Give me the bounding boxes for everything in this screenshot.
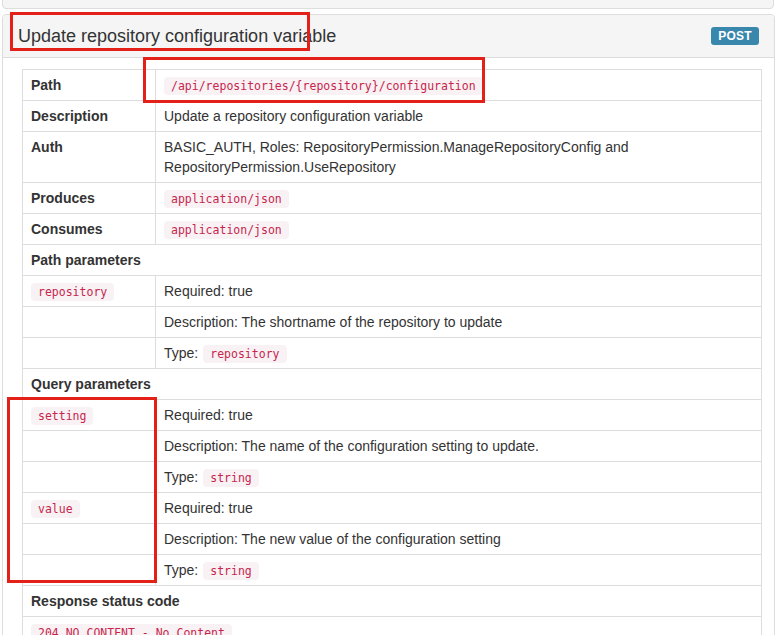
param-name-setting: setting: [31, 407, 93, 425]
endpoint-panel-body: Path /api/repositories/{repository}/conf…: [3, 58, 774, 635]
param-type-setting: string: [203, 469, 259, 487]
param-required: Required: true: [156, 400, 762, 431]
param-required: Required: true: [156, 493, 762, 524]
param-name-cell: setting: [23, 400, 156, 431]
api-docs-page: Update repository configuration variable…: [0, 0, 777, 635]
table-row-produces: Produces application/json: [23, 183, 762, 214]
empty-cell: [23, 555, 156, 586]
param-name-cell: repository: [23, 276, 156, 307]
table-row-param-value-description: Description: The new value of the config…: [23, 524, 762, 555]
previous-endpoint-panel-partial[interactable]: [2, 0, 774, 9]
path-value-cell: /api/repositories/{repository}/configura…: [156, 70, 762, 101]
param-name-repository: repository: [31, 283, 114, 301]
description-label: Description: [23, 101, 156, 132]
table-row-query-parameters-header: Query parameters: [23, 369, 762, 400]
table-row-param-value-type: Type:string: [23, 555, 762, 586]
path-label: Path: [23, 70, 156, 101]
param-type-cell: Type:string: [156, 462, 762, 493]
param-type-cell: Type:string: [156, 555, 762, 586]
endpoint-details-table: Path /api/repositories/{repository}/conf…: [22, 69, 762, 635]
empty-cell: [23, 338, 156, 369]
consumes-label: Consumes: [23, 214, 156, 245]
param-description: Description: The shortname of the reposi…: [156, 307, 762, 338]
type-prefix: Type:: [164, 562, 198, 578]
table-row-response-header: Response status code: [23, 586, 762, 617]
consumes-value-cell: application/json: [156, 214, 762, 245]
param-type-cell: Type:repository: [156, 338, 762, 369]
empty-cell: [23, 431, 156, 462]
response-code: 204 NO_CONTENT - No Content: [31, 624, 232, 635]
endpoint-panel: Update repository configuration variable…: [2, 14, 775, 635]
table-row-description: Description Update a repository configur…: [23, 101, 762, 132]
table-row-param-repository-required: repository Required: true: [23, 276, 762, 307]
table-row-param-value-required: value Required: true: [23, 493, 762, 524]
param-description: Description: The new value of the config…: [156, 524, 762, 555]
endpoint-title: Update repository configuration variable: [18, 26, 336, 47]
empty-cell: [23, 307, 156, 338]
table-row-param-setting-required: setting Required: true: [23, 400, 762, 431]
table-row-param-setting-type: Type:string: [23, 462, 762, 493]
table-row-path: Path /api/repositories/{repository}/conf…: [23, 70, 762, 101]
path-value-code: /api/repositories/{repository}/configura…: [164, 77, 483, 95]
response-status-header: Response status code: [23, 586, 762, 617]
produces-value-cell: application/json: [156, 183, 762, 214]
table-row-param-setting-description: Description: The name of the configurati…: [23, 431, 762, 462]
param-type-repository: repository: [203, 345, 286, 363]
empty-cell: [23, 462, 156, 493]
empty-cell: [23, 524, 156, 555]
auth-label: Auth: [23, 132, 156, 183]
post-method-badge: POST: [711, 27, 759, 45]
produces-value-code: application/json: [164, 190, 289, 208]
param-type-value: string: [203, 562, 259, 580]
table-row-consumes: Consumes application/json: [23, 214, 762, 245]
auth-value: BASIC_AUTH, Roles: RepositoryPermission.…: [156, 132, 762, 183]
table-row-auth: Auth BASIC_AUTH, Roles: RepositoryPermis…: [23, 132, 762, 183]
type-prefix: Type:: [164, 469, 198, 485]
produces-label: Produces: [23, 183, 156, 214]
param-description: Description: The name of the configurati…: [156, 431, 762, 462]
description-value: Update a repository configuration variab…: [156, 101, 762, 132]
table-row-response-code: 204 NO_CONTENT - No Content: [23, 617, 762, 635]
param-name-cell: value: [23, 493, 156, 524]
table-row-param-repository-type: Type:repository: [23, 338, 762, 369]
path-parameters-header: Path parameters: [23, 245, 762, 276]
consumes-value-code: application/json: [164, 221, 289, 239]
table-row-path-parameters-header: Path parameters: [23, 245, 762, 276]
param-required: Required: true: [156, 276, 762, 307]
param-name-value: value: [31, 500, 80, 518]
table-row-param-repository-description: Description: The shortname of the reposi…: [23, 307, 762, 338]
query-parameters-header: Query parameters: [23, 369, 762, 400]
type-prefix: Type:: [164, 345, 198, 361]
endpoint-panel-heading[interactable]: Update repository configuration variable…: [3, 15, 774, 58]
response-code-cell: 204 NO_CONTENT - No Content: [23, 617, 762, 635]
